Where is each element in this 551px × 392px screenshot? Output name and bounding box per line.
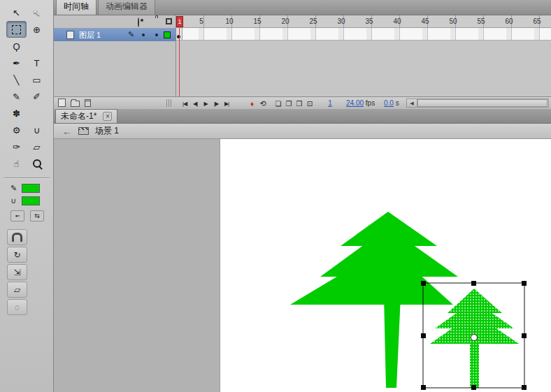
stage-canvas[interactable] bbox=[220, 139, 551, 392]
tool-buttons-grid: ↖↖⊕Ϙ✒T╲▭✎✐✽⚙∪✑▱☝ bbox=[6, 4, 47, 172]
layer-name[interactable]: 图层 1 bbox=[79, 30, 101, 41]
paint-bucket-tool-icon: ∪ bbox=[34, 125, 41, 136]
selection-handle[interactable] bbox=[522, 333, 527, 338]
hand-tool-button[interactable]: ☝ bbox=[6, 155, 27, 172]
back-arrow-icon[interactable]: ← bbox=[62, 126, 72, 136]
rotate-and-skew-option[interactable]: ↻ bbox=[7, 247, 27, 263]
stroke-color-swatch[interactable] bbox=[22, 184, 40, 193]
timeline-tab[interactable]: 时间轴 bbox=[56, 0, 96, 15]
panel-resize-grip[interactable] bbox=[166, 99, 171, 107]
frames-area[interactable]: 5101520253035404550556065 1 bbox=[176, 15, 551, 96]
stroke-color-row: ✎ bbox=[9, 184, 53, 193]
edit-multiple-frames-button[interactable]: ❒ bbox=[294, 99, 304, 108]
selection-handle[interactable] bbox=[471, 385, 476, 390]
outline-column-square-icon[interactable] bbox=[166, 18, 172, 24]
show-hide-column-eye-icon[interactable] bbox=[138, 17, 139, 27]
bone-tool-icon: ⚙ bbox=[13, 125, 21, 136]
onion-skin-button[interactable]: ❏ bbox=[273, 99, 283, 108]
selection-handle[interactable] bbox=[522, 281, 527, 286]
3d-rotation-tool-button[interactable]: ⊕ bbox=[27, 21, 47, 38]
scene-name[interactable]: 场景 1 bbox=[95, 125, 119, 137]
lasso-tool-button[interactable]: Ϙ bbox=[6, 38, 27, 55]
timeline-horizontal-scrollbar[interactable]: ◀ bbox=[406, 99, 549, 108]
lasso-tool-icon: Ϙ bbox=[13, 41, 20, 52]
selection-tool-button[interactable]: ↖ bbox=[6, 4, 27, 21]
close-document-icon[interactable]: × bbox=[103, 112, 112, 121]
new-folder-button[interactable] bbox=[71, 101, 80, 107]
new-layer-button[interactable] bbox=[58, 99, 66, 107]
scrollbar-thumb[interactable] bbox=[417, 99, 548, 107]
playhead[interactable]: 1 bbox=[176, 16, 183, 27]
scroll-left-arrow-icon[interactable]: ◀ bbox=[407, 99, 417, 107]
line-tool-button[interactable]: ╲ bbox=[6, 71, 27, 88]
timeline-tab-bar: 时间轴动画编辑器 bbox=[54, 0, 551, 15]
stroke-pencil-icon: ✎ bbox=[9, 184, 18, 193]
ruler-number: 25 bbox=[306, 17, 320, 25]
layer-lock-dot[interactable] bbox=[155, 34, 158, 36]
step-back-one-frame-button[interactable]: ◀| bbox=[190, 99, 200, 108]
timeline-ruler[interactable]: 5101520253035404550556065 1 bbox=[176, 15, 551, 28]
black-and-white-button[interactable]: ▪▫ bbox=[10, 210, 24, 222]
fill-color-row: ∪ bbox=[9, 196, 53, 205]
bone-tool-button[interactable]: ⚙ bbox=[6, 122, 27, 138]
pen-tool-button[interactable]: ✒ bbox=[6, 55, 27, 71]
eyedropper-tool-icon: ✑ bbox=[13, 142, 20, 152]
ruler-number: 5 bbox=[194, 17, 208, 25]
selection-handle[interactable] bbox=[471, 281, 476, 286]
envelope-option[interactable]: ◌ bbox=[7, 299, 27, 315]
scale-option-icon: ⇲ bbox=[13, 268, 20, 277]
layer-outline-color-swatch[interactable] bbox=[164, 31, 171, 38]
snap-to-objects-toggle[interactable] bbox=[7, 229, 27, 245]
ruler-number: 65 bbox=[530, 17, 544, 25]
fill-color-swatch[interactable] bbox=[22, 196, 40, 205]
distort-option[interactable]: ▱ bbox=[7, 282, 27, 298]
eyedropper-tool-button[interactable]: ✑ bbox=[6, 138, 27, 155]
delete-layer-button[interactable] bbox=[85, 99, 91, 107]
large-tree-shape[interactable] bbox=[290, 212, 458, 388]
time-value[interactable]: 0.0 bbox=[384, 99, 394, 107]
subselection-tool-button[interactable]: ↖ bbox=[27, 4, 47, 21]
timeline-tab[interactable]: 动画编辑器 bbox=[98, 0, 155, 15]
rotate-and-skew-option-icon: ↻ bbox=[13, 250, 20, 260]
stage-artwork bbox=[220, 139, 551, 392]
text-tool-button[interactable]: T bbox=[27, 55, 47, 71]
distort-option-icon: ▱ bbox=[14, 285, 20, 295]
deco-tool-button[interactable]: ✽ bbox=[6, 105, 27, 122]
brush-tool-button[interactable]: ✐ bbox=[27, 88, 47, 105]
ruler-number: 15 bbox=[250, 17, 264, 25]
document-tab[interactable]: 未命名-1* × bbox=[55, 109, 117, 123]
transform-center-point[interactable] bbox=[471, 335, 478, 341]
scale-option[interactable]: ⇲ bbox=[7, 264, 27, 280]
paint-bucket-tool-button[interactable]: ∪ bbox=[27, 122, 47, 138]
swap-colors-button[interactable]: ⇆ bbox=[30, 210, 44, 222]
selection-handle[interactable] bbox=[421, 281, 426, 286]
selection-handle[interactable] bbox=[421, 385, 426, 390]
selection-handle[interactable] bbox=[421, 333, 426, 338]
eraser-tool-button[interactable]: ▱ bbox=[27, 138, 47, 155]
onion-skin-outlines-button[interactable]: ❐ bbox=[284, 99, 294, 108]
zoom-tool-button[interactable] bbox=[27, 155, 47, 172]
document-tab-bar: 未命名-1* × bbox=[54, 109, 551, 124]
pasteboard[interactable] bbox=[54, 139, 551, 392]
rectangle-tool-button[interactable]: ▭ bbox=[27, 71, 47, 88]
go-to-last-frame-button[interactable]: ▶| bbox=[222, 99, 231, 108]
layer-frames-row[interactable] bbox=[176, 28, 551, 41]
elapsed-time: 0.0 s bbox=[384, 99, 399, 107]
tools-panel: ↖↖⊕Ϙ✒T╲▭✎✐✽⚙∪✑▱☝ ✎ ∪ ▪▫ ⇆ ↻⇲▱◌ bbox=[0, 0, 54, 392]
eraser-tool-icon: ▱ bbox=[34, 142, 41, 152]
loop-playback-button[interactable]: ⟲ bbox=[258, 99, 268, 108]
edit-bar: ← 场景 1 bbox=[54, 124, 551, 139]
current-frame-value[interactable]: 1 bbox=[321, 99, 339, 107]
modify-markers-button[interactable]: ⊡ bbox=[305, 99, 315, 108]
pencil-tool-button[interactable]: ✎ bbox=[6, 88, 27, 105]
center-frame-marker-button[interactable]: ♦ bbox=[247, 99, 257, 108]
layer-row[interactable]: 图层 1 ✎ bbox=[54, 29, 176, 41]
fps-value[interactable]: 24.00 bbox=[346, 99, 364, 107]
layer-panel: 图层 1 ✎ bbox=[54, 15, 176, 96]
go-to-first-frame-button[interactable]: |◀ bbox=[180, 99, 189, 108]
play-button[interactable]: ▶ bbox=[201, 99, 210, 108]
step-forward-one-frame-button[interactable]: |▶ bbox=[211, 99, 221, 108]
free-transform-tool-button[interactable] bbox=[6, 21, 27, 38]
selection-handle[interactable] bbox=[522, 385, 527, 390]
layer-visibility-dot[interactable] bbox=[142, 34, 145, 36]
